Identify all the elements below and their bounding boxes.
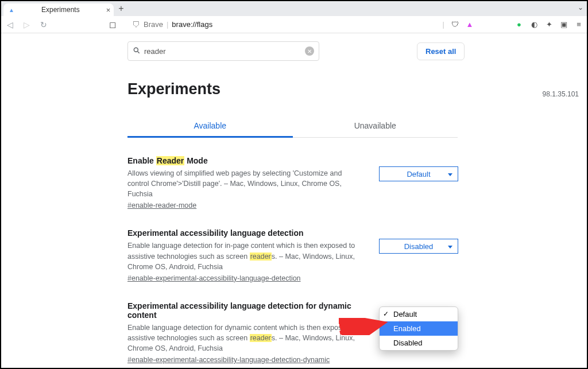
check-icon: ✓	[383, 310, 389, 318]
brave-shield-icon[interactable]: 🛡	[450, 20, 459, 29]
toolbar-right: | 🛡 ▲ ● ◐ ✦ ▣ ≡	[443, 20, 583, 29]
search-icon	[133, 46, 141, 56]
forward-button[interactable]: ▷	[21, 19, 32, 30]
flag-title: Enable Reader Mode	[127, 156, 362, 165]
dropdown-option-disabled[interactable]: Disabled	[380, 336, 458, 350]
close-tab-icon[interactable]: ×	[106, 6, 111, 14]
clear-search-icon[interactable]: ✕	[305, 46, 314, 56]
browser-tab[interactable]: ▲ Experiments ×	[3, 3, 114, 16]
extensions-puzzle-icon[interactable]: ✦	[544, 20, 554, 29]
svg-point-0	[134, 48, 138, 52]
flag-select-dropdown: ✓ Default Enabled Disabled	[379, 306, 458, 351]
tab-dropdown-icon[interactable]: ⌄	[578, 3, 583, 11]
flag-select[interactable]: Disabled	[379, 239, 458, 254]
tab-title: Experiments	[41, 6, 80, 14]
search-value: reader	[144, 47, 301, 56]
dropdown-option-enabled[interactable]: Enabled	[380, 321, 458, 336]
flag-description: Allows viewing of simplified web pages b…	[127, 168, 362, 199]
address-prefix: Brave	[144, 20, 163, 29]
brave-rewards-icon[interactable]: ▲	[465, 20, 474, 29]
address-separator: |	[167, 20, 168, 29]
svg-line-1	[138, 51, 140, 53]
divider-icon: |	[443, 20, 444, 29]
page-body: reader ✕ Reset all Experiments 98.1.35.1…	[1, 33, 587, 369]
version-label: 98.1.35.101	[543, 90, 579, 98]
flag-description: Enable language detection for dynamic co…	[127, 323, 362, 354]
flag-row: Experimental accessibility language dete…	[127, 228, 458, 282]
new-tab-button[interactable]: +	[118, 3, 123, 14]
address-url: brave://flags	[172, 20, 212, 29]
page-title: Experiments	[127, 80, 220, 98]
flag-title: Experimental accessibility language dete…	[127, 228, 362, 238]
reset-all-button[interactable]: Reset all	[417, 42, 465, 60]
browser-tab-bar: ▲ Experiments × + ⌄	[1, 1, 587, 16]
flask-icon: ▲	[8, 6, 15, 13]
shield-icon: ⛉	[132, 20, 140, 29]
sidebar-icon[interactable]: ▣	[559, 20, 568, 29]
tab-available[interactable]: Available	[127, 115, 293, 138]
tab-unavailable[interactable]: Unavailable	[293, 115, 458, 137]
search-input[interactable]: reader ✕	[127, 41, 319, 61]
menu-icon[interactable]: ≡	[574, 20, 583, 29]
bookmark-icon[interactable]: ◻	[109, 20, 116, 30]
extension-circle-icon[interactable]: ●	[514, 20, 524, 29]
browser-toolbar: ◁ ▷ ↻ ◻ ⛉ Brave | brave://flags | 🛡 ▲ ● …	[1, 16, 587, 33]
dropdown-option-default[interactable]: ✓ Default	[380, 307, 458, 321]
address-bar[interactable]: ⛉ Brave | brave://flags	[132, 20, 212, 29]
flag-anchor-link[interactable]: #enable-experimental-accessibility-langu…	[127, 356, 330, 364]
flag-description: Enable language detection for in-page co…	[127, 240, 362, 271]
flag-row: Enable Reader Mode Allows viewing of sim…	[127, 156, 458, 210]
reload-button[interactable]: ↻	[38, 19, 49, 30]
extension-swirl-icon[interactable]: ◐	[529, 20, 539, 29]
flag-anchor-link[interactable]: #enable-reader-mode	[127, 201, 196, 209]
flag-title: Experimental accessibility language dete…	[127, 301, 362, 320]
search-row: reader ✕ Reset all	[127, 41, 585, 61]
flag-anchor-link[interactable]: #enable-experimental-accessibility-langu…	[127, 274, 301, 282]
back-button[interactable]: ◁	[5, 19, 16, 30]
flag-select[interactable]: Default	[379, 166, 458, 181]
tabs-row: Available Unavailable	[127, 115, 458, 138]
